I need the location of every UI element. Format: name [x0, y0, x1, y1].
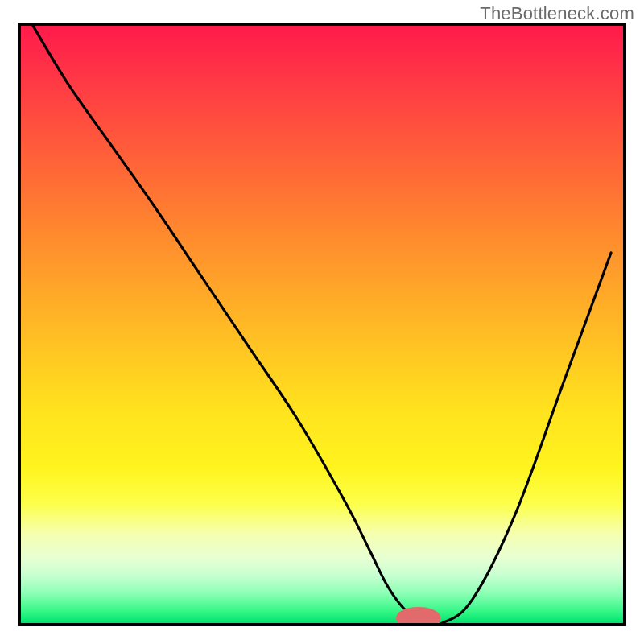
- watermark-text: TheBottleneck.com: [480, 3, 634, 24]
- chart-container: TheBottleneck.com: [0, 0, 644, 644]
- bottleneck-curve: [33, 26, 611, 623]
- plot-frame: [18, 23, 626, 626]
- curve-layer: [21, 26, 623, 623]
- minimum-marker: [399, 610, 438, 623]
